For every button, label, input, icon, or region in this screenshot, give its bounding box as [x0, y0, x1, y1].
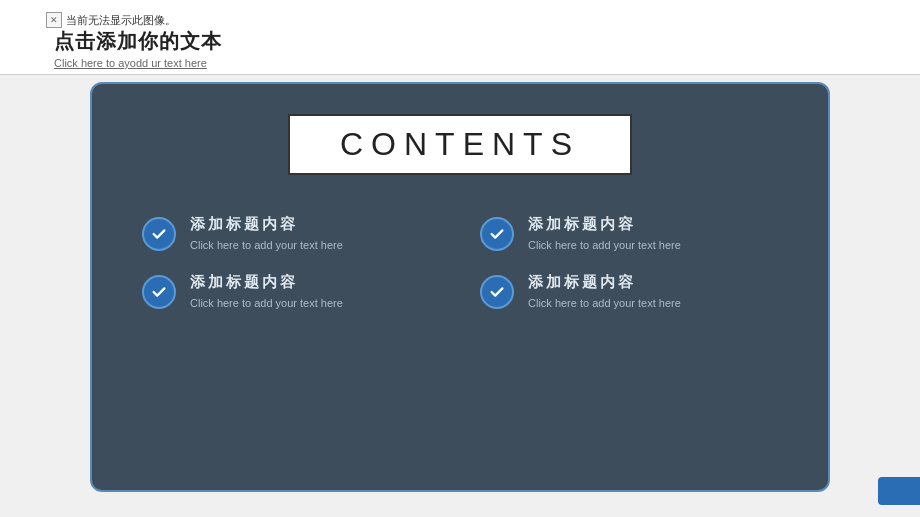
item-desc-3[interactable]: Click here to add your text here: [190, 296, 343, 311]
item-text-1: 添加标题内容 Click here to add your text here: [190, 215, 343, 253]
main-title[interactable]: 点击添加你的文本: [54, 28, 222, 55]
item-desc-1[interactable]: Click here to add your text here: [190, 238, 343, 253]
item-text-3: 添加标题内容 Click here to add your text here: [190, 273, 343, 311]
checkmark-icon: [150, 283, 168, 301]
item-heading-3[interactable]: 添加标题内容: [190, 273, 343, 292]
list-item: 添加标题内容 Click here to add your text here: [480, 273, 778, 311]
list-item: 添加标题内容 Click here to add your text here: [142, 215, 440, 253]
item-heading-2[interactable]: 添加标题内容: [528, 215, 681, 234]
item-text-4: 添加标题内容 Click here to add your text here: [528, 273, 681, 311]
slide-container: CONTENTS 添加标题内容 Click here to add your t…: [90, 82, 830, 492]
checkmark-icon: [488, 283, 506, 301]
check-circle-4: [480, 275, 514, 309]
item-text-2: 添加标题内容 Click here to add your text here: [528, 215, 681, 253]
broken-image-text: 当前无法显示此图像。: [66, 13, 176, 28]
subtitle[interactable]: Click here to ayodd ur text here: [54, 57, 222, 69]
broken-image-icon: ✕: [46, 12, 62, 28]
bottom-right-accent-bar: [878, 477, 920, 505]
item-desc-2[interactable]: Click here to add your text here: [528, 238, 681, 253]
check-circle-3: [142, 275, 176, 309]
item-desc-4[interactable]: Click here to add your text here: [528, 296, 681, 311]
contents-title: CONTENTS: [340, 126, 580, 162]
broken-image-notice: ✕ 当前无法显示此图像。: [46, 12, 222, 28]
items-grid: 添加标题内容 Click here to add your text here …: [92, 215, 828, 312]
checkmark-icon: [150, 225, 168, 243]
check-circle-2: [480, 217, 514, 251]
item-heading-1[interactable]: 添加标题内容: [190, 215, 343, 234]
list-item: 添加标题内容 Click here to add your text here: [142, 273, 440, 311]
top-bar: ✕ 当前无法显示此图像。 点击添加你的文本 Click here to ayod…: [0, 0, 920, 75]
checkmark-icon: [488, 225, 506, 243]
item-heading-4[interactable]: 添加标题内容: [528, 273, 681, 292]
list-item: 添加标题内容 Click here to add your text here: [480, 215, 778, 253]
check-circle-1: [142, 217, 176, 251]
title-section: 点击添加你的文本 Click here to ayodd ur text her…: [54, 28, 222, 69]
contents-title-box: CONTENTS: [288, 114, 632, 175]
